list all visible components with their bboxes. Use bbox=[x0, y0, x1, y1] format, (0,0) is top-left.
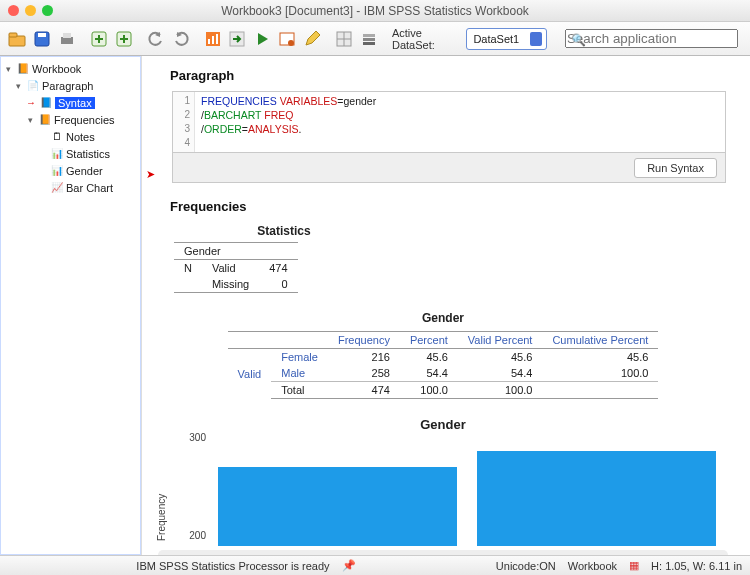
run-icon[interactable] bbox=[251, 26, 274, 52]
frequencies-heading: Frequencies bbox=[170, 199, 734, 214]
svg-rect-5 bbox=[63, 33, 71, 38]
traffic-lights bbox=[0, 5, 53, 16]
goto-icon[interactable] bbox=[226, 26, 249, 52]
main-toolbar: Active DataSet: DataSet1 🔍 bbox=[0, 22, 750, 56]
paragraph-heading: Paragraph bbox=[170, 68, 734, 83]
pin-icon: 📌 bbox=[342, 559, 356, 572]
unicode-status: Unicode:ON bbox=[496, 560, 556, 572]
close-icon[interactable] bbox=[8, 5, 19, 16]
stat-var-label: Gender bbox=[174, 243, 298, 260]
current-pointer-icon: ➤ bbox=[146, 168, 155, 181]
tree-notes[interactable]: 🗒Notes bbox=[2, 128, 139, 145]
grid-status-icon: ▦ bbox=[629, 559, 639, 572]
edit-icon[interactable] bbox=[300, 26, 323, 52]
add-green2-icon[interactable] bbox=[112, 26, 135, 52]
main-split: ▾📙Workbook ▾📄Paragraph →📘Syntax ▾📙Freque… bbox=[0, 56, 750, 555]
y-axis-label: Frequency bbox=[156, 494, 167, 541]
tree-gender[interactable]: 📊Gender bbox=[2, 162, 139, 179]
svg-rect-1 bbox=[9, 33, 17, 37]
tree-barchart[interactable]: 📈Bar Chart bbox=[2, 179, 139, 196]
active-dataset-label: Active DataSet: bbox=[392, 27, 458, 51]
chart-title: Gender bbox=[150, 417, 736, 432]
svg-marker-17 bbox=[258, 33, 268, 45]
workbook-status: Workbook bbox=[568, 560, 617, 572]
dialog-icon[interactable] bbox=[276, 26, 299, 52]
horizontal-scrollbar[interactable] bbox=[158, 550, 728, 555]
svg-rect-14 bbox=[212, 36, 214, 44]
search-icon: 🔍 bbox=[571, 33, 586, 47]
search-input[interactable] bbox=[565, 29, 738, 48]
gender-table: Frequency Percent Valid Percent Cumulati… bbox=[228, 331, 659, 399]
minimize-icon[interactable] bbox=[25, 5, 36, 16]
run-syntax-button[interactable]: Run Syntax bbox=[634, 158, 717, 178]
dimensions-status: H: 1.05, W: 6.11 in bbox=[651, 560, 742, 572]
chart-icon[interactable] bbox=[201, 26, 224, 52]
status-bar: IBM SPSS Statistics Processor is ready 📌… bbox=[0, 555, 750, 575]
gender-table-title: Gender bbox=[150, 311, 736, 325]
tree-syntax[interactable]: →📘Syntax bbox=[2, 94, 139, 111]
svg-rect-25 bbox=[363, 42, 375, 45]
bar-male bbox=[477, 451, 715, 546]
save-icon[interactable] bbox=[31, 26, 54, 52]
print-icon[interactable] bbox=[56, 26, 79, 52]
active-dataset-combo[interactable]: DataSet1 bbox=[466, 28, 547, 50]
svg-rect-3 bbox=[38, 33, 46, 37]
tree-paragraph[interactable]: ▾📄Paragraph bbox=[2, 77, 139, 94]
tree-root[interactable]: ▾📙Workbook bbox=[2, 60, 139, 77]
svg-rect-15 bbox=[216, 34, 218, 44]
processor-status: IBM SPSS Statistics Processor is ready bbox=[136, 560, 329, 572]
bar-chart: 300 200 Frequency bbox=[208, 436, 726, 546]
outline-tree[interactable]: ▾📙Workbook ▾📄Paragraph →📘Syntax ▾📙Freque… bbox=[0, 56, 142, 555]
tree-statistics[interactable]: 📊Statistics bbox=[2, 145, 139, 162]
syntax-gutter: 1234 bbox=[173, 92, 195, 152]
window-titlebar: Workbook3 [Document3] - IBM SPSS Statist… bbox=[0, 0, 750, 22]
ytick-300: 300 bbox=[178, 432, 206, 443]
svg-rect-13 bbox=[208, 39, 210, 44]
statistics-title: Statistics bbox=[174, 224, 394, 238]
grid-icon[interactable] bbox=[332, 26, 355, 52]
bar-female bbox=[218, 467, 456, 546]
redo-icon[interactable] bbox=[169, 26, 192, 52]
open-icon[interactable] bbox=[6, 26, 29, 52]
syntax-editor[interactable]: FREQUENCIES VARIABLES=gender /BARCHART F… bbox=[195, 92, 725, 152]
svg-rect-24 bbox=[363, 38, 375, 41]
chart-plot bbox=[208, 436, 726, 546]
svg-point-19 bbox=[288, 40, 294, 46]
syntax-block[interactable]: 1234 FREQUENCIES VARIABLES=gender /BARCH… bbox=[172, 91, 726, 183]
add-green-icon[interactable] bbox=[88, 26, 111, 52]
statistics-table: Gender NValid474 Missing0 bbox=[174, 242, 298, 293]
undo-icon[interactable] bbox=[144, 26, 167, 52]
syntax-footer: Run Syntax bbox=[173, 152, 725, 182]
output-viewer[interactable]: Paragraph ➤ 1234 FREQUENCIES VARIABLES=g… bbox=[142, 56, 750, 555]
svg-rect-23 bbox=[363, 34, 375, 37]
tree-frequencies[interactable]: ▾📙Frequencies bbox=[2, 111, 139, 128]
svg-rect-4 bbox=[61, 37, 73, 44]
search-wrap: 🔍 bbox=[565, 29, 738, 48]
ytick-200: 200 bbox=[178, 530, 206, 541]
zoom-icon[interactable] bbox=[42, 5, 53, 16]
window-title: Workbook3 [Document3] - IBM SPSS Statist… bbox=[0, 4, 750, 18]
stack-icon[interactable] bbox=[357, 26, 380, 52]
active-dataset-value: DataSet1 bbox=[473, 33, 519, 45]
